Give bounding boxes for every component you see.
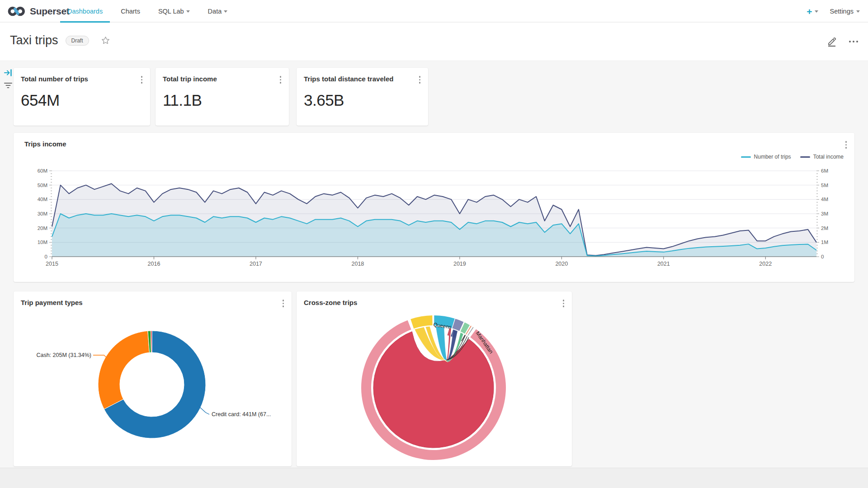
- kpi-title: Total number of trips: [21, 75, 88, 83]
- svg-text:1M: 1M: [821, 239, 828, 245]
- kpi-value: 654M: [21, 91, 60, 109]
- kpi-card-total-trips: Total number of trips 654M: [14, 68, 150, 126]
- cross-zone-chord-chart[interactable]: Queens Manhattan: [297, 291, 572, 466]
- chevron-down-icon: [186, 10, 190, 13]
- svg-text:0: 0: [45, 254, 47, 259]
- kpi-value: 3.65B: [304, 91, 344, 109]
- brand-name: Superset: [30, 6, 69, 17]
- svg-text:4M: 4M: [821, 197, 828, 202]
- kpi-card-trip-income: Total trip income 11.1B: [156, 68, 289, 126]
- svg-text:50M: 50M: [38, 183, 47, 188]
- kpi-card-total-distance: Trips total distance traveled 3.65B: [297, 68, 428, 126]
- kpi-title: Trips total distance traveled: [304, 75, 393, 83]
- pencil-icon: [826, 36, 837, 47]
- chart-kebab-menu[interactable]: [417, 74, 423, 85]
- top-navbar: Superset Dashboards Charts SQL Lab Data …: [0, 0, 868, 23]
- favorite-star-icon[interactable]: [101, 36, 110, 45]
- callout-label-cash: Cash: 205M (31.34%): [36, 352, 91, 358]
- superset-infinity-icon: [7, 5, 26, 18]
- tab-data[interactable]: Data: [207, 0, 229, 23]
- nav-tabs: Dashboards Charts SQL Lab Data: [66, 0, 228, 23]
- trips-income-chart-card: Trips income Number of trips Total incom…: [14, 133, 854, 282]
- svg-text:2021: 2021: [657, 261, 670, 267]
- trips-income-line-chart[interactable]: 0010M1M20M2M30M3M40M4M50M5M60M6M20152016…: [14, 133, 854, 282]
- cross-zone-chart-card: Cross-zone trips Queens Manhattan: [297, 291, 572, 466]
- tab-dashboards[interactable]: Dashboards: [66, 0, 104, 23]
- svg-text:2018: 2018: [351, 261, 364, 267]
- status-badge: Draft: [66, 36, 89, 46]
- svg-text:60M: 60M: [38, 168, 47, 174]
- chart-kebab-menu[interactable]: [139, 74, 145, 85]
- svg-text:2M: 2M: [821, 225, 828, 231]
- svg-text:2020: 2020: [555, 261, 568, 267]
- payment-types-chart-card: Trip payment types Cash: 205M (31.34%) C…: [14, 291, 292, 466]
- svg-text:0: 0: [821, 254, 824, 259]
- svg-text:30M: 30M: [38, 211, 47, 216]
- filter-funnel-icon[interactable]: [3, 81, 13, 92]
- settings-menu[interactable]: Settings: [830, 8, 860, 15]
- svg-text:10M: 10M: [38, 239, 47, 245]
- dashboard-header: Taxi trips Draft: [0, 23, 868, 61]
- new-item-button[interactable]: +: [807, 7, 818, 16]
- chevron-down-icon: [856, 10, 860, 13]
- svg-text:2015: 2015: [46, 261, 58, 267]
- callout-label-credit: Credit card: 441M (67...: [212, 411, 271, 418]
- superset-dashboard-page: Superset Dashboards Charts SQL Lab Data …: [0, 0, 868, 488]
- expand-filter-bar-icon[interactable]: [4, 68, 14, 79]
- svg-text:6M: 6M: [821, 168, 828, 174]
- kpi-title: Total trip income: [163, 75, 217, 83]
- svg-text:40M: 40M: [38, 197, 47, 202]
- svg-text:2022: 2022: [759, 261, 772, 267]
- svg-text:2016: 2016: [148, 261, 160, 267]
- dashboard-body: Total number of trips 654M Total trip in…: [0, 61, 868, 488]
- nav-right-actions: + Settings: [807, 0, 860, 23]
- page-title: Taxi trips: [10, 33, 58, 47]
- tab-charts[interactable]: Charts: [120, 0, 141, 23]
- chevron-down-icon: [815, 10, 818, 13]
- svg-text:20M: 20M: [38, 225, 47, 231]
- dashboard-more-menu[interactable]: [849, 41, 858, 42]
- plus-icon: +: [807, 7, 812, 16]
- superset-logo[interactable]: Superset: [7, 5, 69, 18]
- chevron-down-icon: [224, 10, 227, 13]
- tab-sql-lab[interactable]: SQL Lab: [157, 0, 191, 23]
- svg-text:2019: 2019: [453, 261, 466, 267]
- chart-kebab-menu[interactable]: [278, 74, 283, 85]
- kpi-value: 11.1B: [163, 91, 202, 109]
- edit-dashboard-button[interactable]: [826, 36, 837, 47]
- payment-types-donut-chart[interactable]: Cash: 205M (31.34%) Credit card: 441M (6…: [14, 291, 292, 466]
- svg-text:2017: 2017: [250, 261, 262, 267]
- svg-text:3M: 3M: [821, 211, 828, 216]
- bottom-strip: [0, 468, 868, 488]
- svg-text:5M: 5M: [821, 183, 828, 188]
